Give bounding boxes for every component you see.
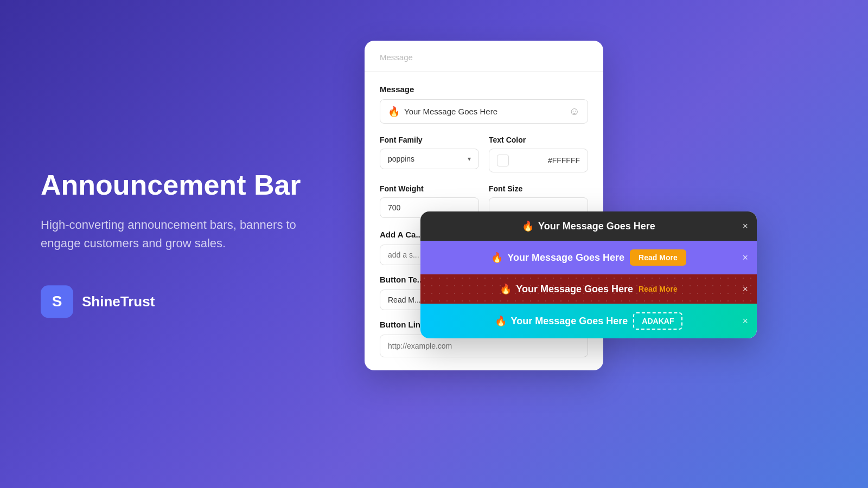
message-input-wrapper[interactable]: 🔥 Your Message Goes Here ☺ <box>380 99 588 124</box>
bar-dark-text: Your Message Goes Here <box>538 221 655 232</box>
fire-icon: 🔥 <box>388 106 400 118</box>
bar-cyan-message: 🔥 Your Message Goes Here <box>495 315 628 327</box>
preview-bar-cyan: 🔥 Your Message Goes Here ADAKAF × <box>420 304 757 338</box>
bar-red-cta[interactable]: Read More <box>639 285 678 293</box>
bar-dark-fire: 🔥 <box>522 220 534 232</box>
message-text: Your Message Goes Here <box>404 107 565 116</box>
font-family-label: Font Family <box>380 136 479 144</box>
preview-bar-red: 🔥 Your Message Goes Here Read More × <box>420 274 757 304</box>
bar-purple-fire: 🔥 <box>491 252 503 264</box>
font-family-group: Font Family poppins ▾ <box>380 136 479 172</box>
font-weight-label: Font Weight <box>380 184 479 193</box>
preview-card: 🔥 Your Message Goes Here × 🔥 Your Messag… <box>420 211 757 338</box>
bar-dark-close[interactable]: × <box>742 221 748 232</box>
font-family-select[interactable]: poppins ▾ <box>380 149 479 169</box>
brand-name: ShineTrust <box>82 293 155 310</box>
bar-cyan-fire: 🔥 <box>495 315 507 327</box>
text-color-select[interactable]: #FFFFFF <box>489 149 588 172</box>
brand-logo-letter: S <box>52 293 62 311</box>
bar-red-message: 🔥 Your Message Goes Here <box>500 283 633 295</box>
page-title: Announcement Bar <box>41 170 312 201</box>
left-panel: Announcement Bar High-converting announc… <box>41 170 312 318</box>
brand-container: S ShineTrust <box>41 286 312 318</box>
chevron-down-icon: ▾ <box>468 155 471 163</box>
bar-dark-message: 🔥 Your Message Goes Here <box>522 220 655 232</box>
bar-red-fire: 🔥 <box>500 283 512 295</box>
message-label: Message <box>380 85 588 94</box>
font-family-value: poppins <box>388 155 414 163</box>
bar-purple-text: Your Message Goes Here <box>507 252 624 264</box>
font-size-label: Font Size <box>489 184 588 193</box>
text-color-value: #FFFFFF <box>548 156 580 165</box>
page-description: High-converting announcement bars, banne… <box>41 216 312 253</box>
bar-purple-close[interactable]: × <box>742 252 748 264</box>
bar-cyan-text: Your Message Goes Here <box>511 316 628 327</box>
color-swatch <box>497 155 509 166</box>
text-color-group: Text Color #FFFFFF <box>489 136 588 172</box>
bar-cyan-cta[interactable]: ADAKAF <box>633 312 682 330</box>
card-header: Message <box>365 41 603 72</box>
bar-purple-message: 🔥 Your Message Goes Here <box>491 252 624 264</box>
preview-bar-purple: 🔥 Your Message Goes Here Read More × <box>420 241 757 274</box>
font-color-row: Font Family poppins ▾ Text Color #FFFFFF <box>380 136 588 172</box>
brand-logo: S <box>41 286 73 318</box>
message-section: Message 🔥 Your Message Goes Here ☺ <box>380 85 588 124</box>
bar-purple-cta[interactable]: Read More <box>630 249 686 266</box>
emoji-button[interactable]: ☺ <box>569 105 580 118</box>
bar-red-close[interactable]: × <box>742 284 748 295</box>
bar-red-text: Your Message Goes Here <box>516 284 633 295</box>
bar-cyan-close[interactable]: × <box>742 316 748 327</box>
text-color-label: Text Color <box>489 136 588 144</box>
card-header-title: Message <box>380 53 413 62</box>
preview-bar-dark: 🔥 Your Message Goes Here × <box>420 211 757 241</box>
